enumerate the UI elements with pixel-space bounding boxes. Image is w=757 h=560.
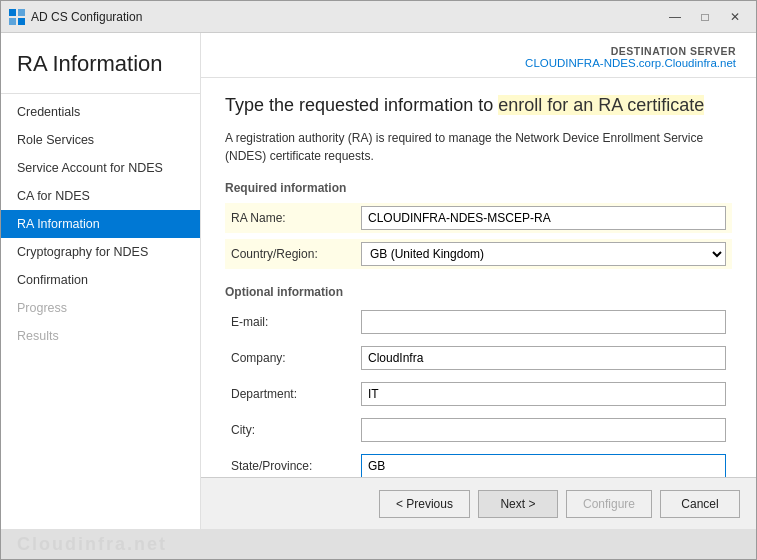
city-row: City:	[225, 415, 732, 445]
window-controls: — □ ✕	[662, 7, 748, 27]
content-area: RA Information Credentials Role Services…	[1, 33, 756, 529]
previous-button[interactable]: < Previous	[379, 490, 470, 518]
country-row: Country/Region: GB (United Kingdom)	[225, 239, 732, 269]
sidebar-header: RA Information	[1, 33, 200, 94]
ra-name-input[interactable]	[361, 206, 726, 230]
email-label: E-mail:	[231, 315, 361, 329]
sidebar-item-service-account[interactable]: Service Account for NDES	[1, 154, 200, 182]
department-label: Department:	[231, 387, 361, 401]
department-input[interactable]	[361, 382, 726, 406]
state-input[interactable]	[361, 454, 726, 477]
main-panel: DESTINATION SERVER CLOUDINFRA-NDES.corp.…	[201, 33, 756, 529]
country-select[interactable]: GB (United Kingdom)	[361, 242, 726, 266]
heading-highlight: enroll for an RA certificate	[498, 95, 704, 115]
company-row: Company:	[225, 343, 732, 373]
sidebar-item-results: Results	[1, 322, 200, 350]
svg-rect-0	[9, 9, 16, 16]
watermark: Cloudinfra.net	[1, 529, 756, 559]
optional-section: Optional information E-mail: Company: De…	[225, 285, 732, 477]
configure-button[interactable]: Configure	[566, 490, 652, 518]
page-heading: Type the requested information to enroll…	[225, 94, 732, 117]
maximize-button[interactable]: □	[692, 7, 718, 27]
footer: < Previous Next > Configure Cancel	[201, 477, 756, 529]
next-button[interactable]: Next >	[478, 490, 558, 518]
close-button[interactable]: ✕	[722, 7, 748, 27]
main-content: Type the requested information to enroll…	[201, 78, 756, 477]
destination-server: DESTINATION SERVER CLOUDINFRA-NDES.corp.…	[525, 45, 736, 69]
ra-name-label: RA Name:	[231, 211, 361, 225]
main-window: AD CS Configuration — □ ✕ RA Information…	[0, 0, 757, 560]
watermark-text: Cloudinfra.net	[17, 534, 167, 555]
sidebar-item-ra-information[interactable]: RA Information	[1, 210, 200, 238]
city-input[interactable]	[361, 418, 726, 442]
dest-server-name: CLOUDINFRA-NDES.corp.Cloudinfra.net	[525, 57, 736, 69]
svg-rect-1	[18, 9, 25, 16]
title-bar: AD CS Configuration — □ ✕	[1, 1, 756, 33]
sidebar-item-confirmation[interactable]: Confirmation	[1, 266, 200, 294]
sidebar-item-progress: Progress	[1, 294, 200, 322]
optional-section-label: Optional information	[225, 285, 732, 299]
required-section-label: Required information	[225, 181, 732, 195]
app-icon	[9, 9, 25, 25]
country-label: Country/Region:	[231, 247, 361, 261]
company-label: Company:	[231, 351, 361, 365]
main-header: DESTINATION SERVER CLOUDINFRA-NDES.corp.…	[201, 33, 756, 78]
cancel-button[interactable]: Cancel	[660, 490, 740, 518]
email-input[interactable]	[361, 310, 726, 334]
sidebar-title: RA Information	[17, 51, 184, 77]
sidebar-nav: Credentials Role Services Service Accoun…	[1, 94, 200, 350]
sidebar-item-credentials[interactable]: Credentials	[1, 98, 200, 126]
sidebar: RA Information Credentials Role Services…	[1, 33, 201, 529]
window-title: AD CS Configuration	[31, 10, 662, 24]
dest-server-label: DESTINATION SERVER	[525, 45, 736, 57]
department-row: Department:	[225, 379, 732, 409]
city-label: City:	[231, 423, 361, 437]
svg-rect-3	[18, 18, 25, 25]
minimize-button[interactable]: —	[662, 7, 688, 27]
sidebar-item-cryptography[interactable]: Cryptography for NDES	[1, 238, 200, 266]
company-input[interactable]	[361, 346, 726, 370]
svg-rect-2	[9, 18, 16, 25]
email-row: E-mail:	[225, 307, 732, 337]
heading-prefix: Type the requested information to	[225, 95, 498, 115]
state-label: State/Province:	[231, 459, 361, 473]
state-row: State/Province:	[225, 451, 732, 477]
page-description: A registration authority (RA) is require…	[225, 129, 732, 165]
sidebar-item-role-services[interactable]: Role Services	[1, 126, 200, 154]
ra-name-row: RA Name:	[225, 203, 732, 233]
required-section: Required information RA Name: Country/Re…	[225, 181, 732, 269]
sidebar-item-ca-for-ndes[interactable]: CA for NDES	[1, 182, 200, 210]
